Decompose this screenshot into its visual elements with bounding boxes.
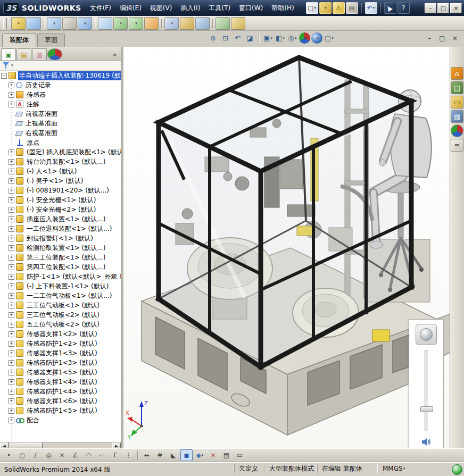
solidworks-resources-button[interactable]: ⌂ xyxy=(451,67,463,80)
tree-item[interactable]: +(-) 安全光栅<1> (默认) xyxy=(0,195,121,205)
snap-points-button[interactable]: ⋮ xyxy=(122,449,135,461)
minimize-button[interactable]: – xyxy=(425,3,436,13)
expand-icon[interactable]: + xyxy=(9,178,14,184)
dropdown-arrow-icon[interactable]: ▾ xyxy=(202,453,204,457)
design-library-button[interactable]: ▤ xyxy=(451,81,463,94)
zoom-area-button[interactable]: ⊡ xyxy=(220,32,231,44)
dropdown-arrow-icon[interactable]: ▾ xyxy=(304,36,306,40)
tree-item[interactable]: −半自动端子插入机装配-130619 (默认 xyxy=(0,71,121,80)
help-button[interactable]: ? xyxy=(397,2,410,14)
camera-view-icon[interactable] xyxy=(416,324,437,345)
close-button[interactable]: × xyxy=(450,3,462,13)
tree-item[interactable]: +(-) 安全光栅<2> (默认) xyxy=(0,205,121,214)
dropdown-arrow-icon[interactable]: ▾ xyxy=(120,21,122,26)
circle-button[interactable]: ○ xyxy=(16,449,28,461)
doc-minimize-button[interactable]: – xyxy=(425,34,434,43)
expand-icon[interactable]: + xyxy=(9,102,14,107)
tree-item[interactable]: +第三工位装配<1> (默认...) xyxy=(0,253,121,262)
expand-icon[interactable]: + xyxy=(9,360,14,366)
view-palette-button[interactable]: ▥ xyxy=(451,110,463,123)
view-orientation-button[interactable]: ▣▾ xyxy=(262,32,274,44)
expand-icon[interactable]: + xyxy=(9,417,14,423)
tree-item[interactable]: +传感器支撑1<2> (默认) xyxy=(0,329,121,339)
tree-item[interactable]: +五工位气动板<2> (默认) xyxy=(0,320,121,329)
dropdown-arrow-icon[interactable]: ▾ xyxy=(135,21,137,26)
dropdown-arrow-icon[interactable]: ▾ xyxy=(325,6,327,10)
status-sphere-icon[interactable] xyxy=(452,464,462,475)
tree-item[interactable]: +(-) 凳子<1> (默认) xyxy=(0,176,121,186)
dimxpertmanager-tab[interactable] xyxy=(47,48,62,60)
pan-button[interactable]: ↔ xyxy=(140,449,153,461)
tree-item[interactable]: +传感器支撑1<6> (默认) xyxy=(0,396,121,406)
tab-sketch[interactable]: 草图 xyxy=(37,34,65,47)
display-style-button[interactable]: ◧▾ xyxy=(275,32,286,44)
view-cube-button[interactable]: ◆▾ xyxy=(194,449,206,461)
filter-dropdown-icon[interactable]: ▾ xyxy=(11,63,13,68)
maximize-button[interactable]: ▢ xyxy=(437,3,449,13)
menu-edit[interactable]: 编辑(E) xyxy=(115,3,146,14)
expand-icon[interactable]: + xyxy=(9,264,14,270)
dropdown-arrow-icon[interactable]: ▾ xyxy=(295,36,297,40)
mate-button[interactable] xyxy=(27,17,41,30)
tree-item[interactable]: +(-) 人<1> (默认) xyxy=(0,166,121,176)
insert-components-button[interactable]: ▾ xyxy=(11,17,26,30)
insert-image-button[interactable]: ▤ xyxy=(220,449,233,461)
file-explorer-button[interactable]: ▭ xyxy=(451,96,463,108)
corner-rectangle-button[interactable]: Γ xyxy=(109,449,121,461)
perpendicular-button[interactable]: ⌐ xyxy=(96,449,108,461)
propertymanager-tab[interactable]: ▤ xyxy=(16,48,31,60)
edit-appearance-button[interactable]: ▾ xyxy=(299,32,310,44)
show-hidden-components-button[interactable] xyxy=(98,17,112,30)
angle-button[interactable]: ∠ xyxy=(69,449,81,461)
previous-view-button[interactable]: ↶ xyxy=(232,32,243,44)
dropdown-arrow-icon[interactable]: ▾ xyxy=(171,21,173,26)
tree-item[interactable]: 前视基准面 xyxy=(0,109,121,119)
expand-icon[interactable]: + xyxy=(9,341,14,347)
featuremanager-tab[interactable]: ▣ xyxy=(1,48,16,60)
expand-icon[interactable]: + xyxy=(9,312,14,318)
tree-item[interactable]: +传感器防护1<2> (默认) xyxy=(0,339,121,348)
filter-funnel-icon[interactable] xyxy=(2,62,10,69)
tree-item[interactable]: +一二工位气动板<1> (默认...) xyxy=(0,291,121,300)
expand-icon[interactable]: + xyxy=(9,283,14,289)
units-dropdown-icon[interactable]: ▾ xyxy=(403,466,405,471)
tree-item[interactable]: +(固定) 插入机底架装配<1> (默认 xyxy=(0,147,121,157)
tree-item[interactable]: +防护-1<1> (默认<默认>_外观 显 xyxy=(0,272,121,281)
expand-icon[interactable]: + xyxy=(9,149,14,155)
dropdown-arrow-icon[interactable]: ▾ xyxy=(53,21,55,26)
shaded-view-button[interactable]: ◼ xyxy=(180,449,193,461)
expand-icon[interactable]: + xyxy=(9,398,14,404)
dropdown-arrow-icon[interactable]: ▾ xyxy=(316,36,318,40)
expand-icon[interactable]: + xyxy=(9,274,14,280)
doc-close-button[interactable]: × xyxy=(450,34,460,43)
tree-item[interactable]: +插座压入装置<1> (默认...) xyxy=(0,214,121,224)
expand-icon[interactable]: + xyxy=(9,350,14,356)
move-component-button[interactable]: ▾ xyxy=(78,17,92,30)
rebuild-warning-button[interactable]: ⚠ xyxy=(333,2,345,14)
graphics-viewport[interactable]: Z X Y xyxy=(123,47,450,448)
expand-icon[interactable]: + xyxy=(9,159,14,165)
expand-icon[interactable]: + xyxy=(9,236,14,241)
line-button[interactable]: / xyxy=(29,449,42,461)
arc-button[interactable]: ◠ xyxy=(82,449,95,461)
apply-scene-button[interactable]: ▾ xyxy=(311,32,322,44)
expand-icon[interactable]: + xyxy=(9,197,14,203)
print-button[interactable]: ▤ xyxy=(346,2,358,14)
doc-restore-button[interactable]: ▢ xyxy=(437,34,447,43)
exploded-view-button[interactable] xyxy=(180,17,194,30)
custom-properties-button[interactable]: ≡ xyxy=(451,139,463,152)
expand-icon[interactable]: + xyxy=(9,370,14,375)
open-document-button[interactable]: ▾ xyxy=(319,2,332,14)
new-document-button[interactable]: ▢▾ xyxy=(306,2,318,14)
tree-item[interactable]: +传感器防护1<3> (默认) xyxy=(0,358,121,368)
undo-button[interactable]: ↶▾ xyxy=(365,2,377,14)
tree-item[interactable]: +到位报警灯<1> (默认) xyxy=(0,233,121,243)
zoom-slider[interactable] xyxy=(425,350,428,431)
tree-item[interactable]: +历史记录 xyxy=(0,80,121,90)
appearances-scenes-button[interactable] xyxy=(451,124,463,137)
menu-file[interactable]: 文件(F) xyxy=(86,3,115,14)
view-settings-button[interactable]: ▢▾ xyxy=(324,32,335,44)
tree-item[interactable]: +(-) 上下料装置-1<1> (默认) xyxy=(0,281,121,291)
zoom-fit-button[interactable]: ⊕ xyxy=(208,32,219,44)
menu-view[interactable]: 视图(V) xyxy=(146,3,177,14)
